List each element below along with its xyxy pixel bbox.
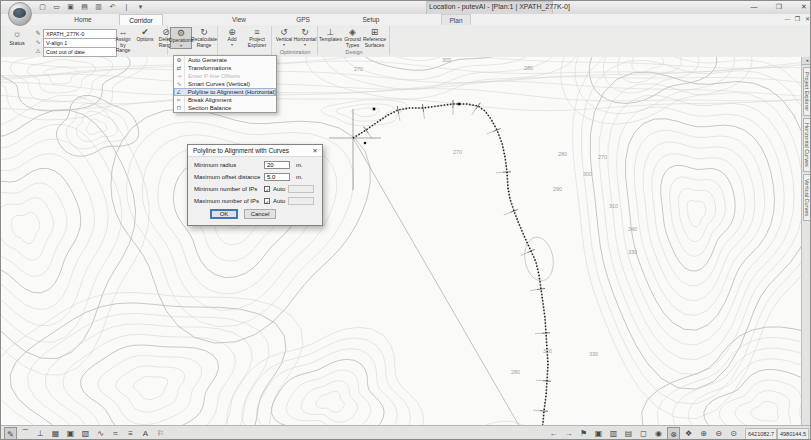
tab-view[interactable]: View <box>223 14 255 25</box>
menu-item-section-balance[interactable]: ⊓ Section Balance <box>174 104 276 112</box>
save-icon[interactable]: ▣ <box>65 2 76 12</box>
contour-elevation-label: 330 <box>628 249 637 255</box>
status-button[interactable]: ☼Status <box>6 28 28 49</box>
tile-horizontal-icon[interactable]: ▤ <box>622 427 635 440</box>
maximum-offset-distance-input[interactable] <box>264 173 290 181</box>
ribbon-group-g1: ⊕Add▾≡Project Explorer <box>219 26 272 55</box>
station-leader <box>472 109 476 115</box>
minimum-ips-auto-checkbox[interactable]: ✓ <box>264 186 270 192</box>
ok-button[interactable]: OK <box>210 209 238 219</box>
ribbon-group-label: Design <box>319 49 389 55</box>
menu-item-smart-curves-vertical[interactable]: ∿ Smart Curves (Vertical) <box>174 80 276 88</box>
maximum-ips-auto-checkbox[interactable]: ✓ <box>264 198 270 204</box>
sheets-icon[interactable]: ▣ <box>592 427 605 440</box>
menu-item-auto-generate[interactable]: ⚙ Auto Generate <box>174 56 276 64</box>
minimum-radius-input[interactable] <box>264 161 290 169</box>
section-tool-icon[interactable]: ≡ <box>124 427 137 440</box>
tab-gps[interactable]: GPS <box>289 14 317 25</box>
zoom-out-icon[interactable]: ⊖ <box>712 427 725 440</box>
recalculate-range-button[interactable]: ↻Recalculate Range <box>193 27 215 49</box>
map-canvas[interactable]: 3002702802702802703002903103403303003302… <box>1 57 801 425</box>
easting-coordinate: 6421082.7 <box>745 428 777 440</box>
undo-icon[interactable]: ↶ <box>107 2 118 12</box>
spline-tool-icon[interactable]: ∿ <box>94 427 107 440</box>
plot-icon[interactable]: ▥ <box>93 2 104 12</box>
pan-icon[interactable]: ❖ <box>682 427 695 440</box>
reference-surfaces-button[interactable]: ⊞Reference Surfaces <box>364 27 385 49</box>
maximize-button[interactable]: ❐ <box>774 2 784 12</box>
new-icon[interactable]: ▢ <box>37 2 48 12</box>
menu-item-polyline-to-alignment-horizontal[interactable]: ∠ Polyline to Alignment (Horizontal) <box>174 88 276 96</box>
contour-line <box>316 391 344 412</box>
minimize-button[interactable]: — <box>749 2 759 12</box>
document-restore-button[interactable]: ❐ <box>793 15 802 24</box>
zoom-dynamic-icon[interactable]: ◉ <box>652 427 665 440</box>
menu-item-break-alignment[interactable]: ✂ Break Alignment <box>174 96 276 104</box>
cancel-button[interactable]: Cancel <box>244 209 276 219</box>
back-icon[interactable]: ← <box>547 427 560 440</box>
close-button[interactable]: ✕ <box>799 2 809 12</box>
vertical-button[interactable]: ↺Vertical▾ <box>274 27 294 49</box>
ribbon-button-label: Ground Types <box>342 37 363 48</box>
document-close-button[interactable]: ✕ <box>803 15 811 24</box>
tab-home[interactable]: Home <box>71 14 95 25</box>
ground-types-button[interactable]: ◈Ground Types <box>342 27 363 49</box>
break-icon: ✂ <box>174 96 185 104</box>
options-button[interactable]: ✔Options <box>135 27 155 49</box>
map-viewport[interactable]: 3002702802702802703002903103403303003302… <box>1 57 801 425</box>
tab-horizontal-curves[interactable]: Horizontal Curves <box>803 118 811 172</box>
table-tool-icon[interactable]: ▦ <box>49 427 62 440</box>
contour-line <box>324 57 557 89</box>
open-icon[interactable]: ▭ <box>51 2 62 12</box>
operations-button[interactable]: ⚙Operations▾ <box>170 27 192 49</box>
tab-setup[interactable]: Setup <box>353 14 389 25</box>
forward-icon[interactable]: → <box>562 427 575 440</box>
select-tool-icon[interactable]: ⚐ <box>154 427 167 440</box>
node-tool-icon[interactable]: ⊥ <box>34 427 47 440</box>
station-leader <box>487 131 494 134</box>
northing-coordinate: 4980144.5 <box>777 428 809 440</box>
contour-line <box>133 377 168 400</box>
zoom-extents-icon[interactable]: ⊙ <box>727 427 740 440</box>
wave-tool-icon[interactable]: ≈ <box>109 427 122 440</box>
dialog-row: Maximum number of IPs ✓ Auto <box>188 197 322 206</box>
view-3d-icon[interactable]: ▧ <box>79 427 92 440</box>
offsets-icon: ⇥ <box>174 72 185 80</box>
horizontal-button[interactable]: ↻Horizontal▾ <box>295 27 315 49</box>
contour-line <box>632 57 664 72</box>
document-minimize-button[interactable]: — <box>783 15 792 24</box>
ribbon-group-design: Design⊥Templates◈Ground Types⊞Reference … <box>319 26 390 55</box>
zoom-in-icon[interactable]: ⊕ <box>697 427 710 440</box>
minimum-ips-input[interactable] <box>288 185 314 193</box>
project-explorer-button[interactable]: ≡Project Explorer <box>245 27 269 49</box>
flag-icon[interactable]: ⚑ <box>577 427 590 440</box>
tab-project-explorer[interactable]: Project Explorer <box>803 67 811 116</box>
current-field-3[interactable]: Cost out of date <box>43 47 117 57</box>
assign-by-range-button[interactable]: ↔Assign by Range <box>113 27 133 49</box>
tab-corridor[interactable]: Corridor <box>119 14 163 25</box>
maximum-ips-input[interactable] <box>288 197 314 205</box>
dialog-title-bar[interactable]: Polyline to Alignment with Curves ✕ <box>188 145 322 157</box>
arc-tool-icon[interactable]: ⌒ <box>19 427 32 440</box>
zoom-window-icon[interactable]: ◻ <box>637 427 650 440</box>
draw-polyline-icon[interactable]: ✎ <box>4 427 17 440</box>
tile-windows-icon[interactable]: ▣ <box>64 427 77 440</box>
dialog-close-icon[interactable]: ✕ <box>311 147 319 155</box>
zoom-locked-icon[interactable]: ⊗ <box>667 427 680 440</box>
tab-plan[interactable]: Plan <box>441 14 471 25</box>
application-menu-button[interactable] <box>8 2 32 26</box>
add-button[interactable]: ⊕Add▾ <box>220 27 244 49</box>
menu-item-transformations[interactable]: ⇄ Transformations <box>174 64 276 72</box>
menu-item-label: Smart Curves (Vertical) <box>185 81 250 87</box>
window-title: Location - putevAI - [Plan:1 | XPATH_277… <box>429 3 570 10</box>
qat-dropdown-icon[interactable]: ▾ <box>135 2 146 12</box>
print-icon[interactable]: ▤ <box>79 2 90 12</box>
chevron-down-icon: ▾ <box>304 43 306 46</box>
side-panel-pin-icon[interactable]: ◂ <box>802 57 811 65</box>
annotate-tool-icon[interactable]: A <box>139 427 152 440</box>
tile-vertical-icon[interactable]: ▥ <box>607 427 620 440</box>
chevron-down-icon: ▾ <box>180 44 182 47</box>
tab-vertical-curves[interactable]: Vertical Curves <box>803 174 811 221</box>
ribbon-group-optimization: Optimization↺Vertical▾↻Horizontal▾ <box>273 26 318 55</box>
templates-button[interactable]: ⊥Templates <box>320 27 341 49</box>
